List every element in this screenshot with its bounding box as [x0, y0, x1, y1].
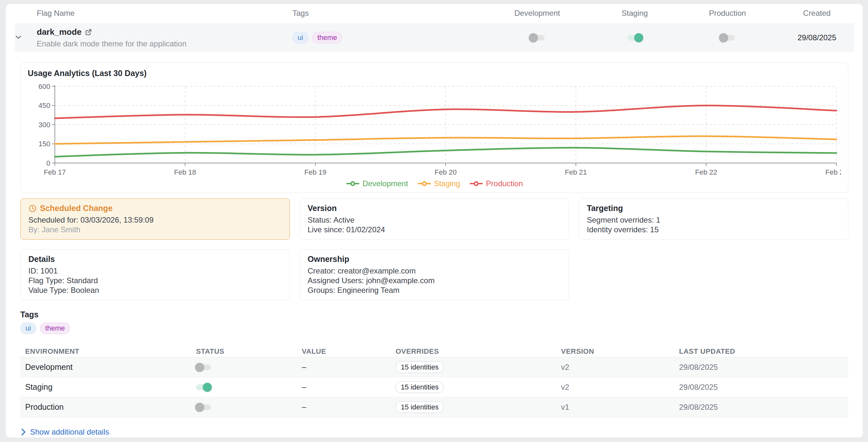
environment-name: Production: [25, 402, 196, 412]
environments-table-header: ENVIRONMENT STATUS VALUE OVERRIDES VERSI…: [20, 346, 848, 357]
show-additional-details-label: Show additional details: [30, 428, 109, 437]
details-card: Details ID: 1001 Flag Type: Standard Val…: [20, 249, 290, 300]
legend-item-production[interactable]: Production: [469, 179, 523, 188]
flag-details-panel: Flag Name Tags Development Staging Produ…: [6, 4, 863, 438]
tag-pill-theme: theme: [40, 322, 70, 334]
external-link-icon[interactable]: [85, 29, 92, 36]
legend-item-development[interactable]: Development: [346, 179, 408, 188]
version-title: Version: [308, 204, 561, 213]
flag-description: Enable dark mode theme for the applicati…: [31, 39, 286, 48]
tag-pill-ui: ui: [20, 322, 36, 334]
ownership-creator: Creator: creator@example.com: [308, 266, 561, 276]
identities-button[interactable]: 15 identities: [396, 401, 444, 413]
column-development: Development: [489, 9, 586, 18]
ownership-groups: Groups: Engineering Team: [308, 285, 561, 295]
svg-text:0: 0: [46, 159, 50, 167]
targeting-title: Targeting: [587, 204, 840, 213]
staging-toggle[interactable]: [627, 35, 642, 41]
svg-text:450: 450: [38, 102, 50, 110]
show-additional-details-link[interactable]: Show additional details: [20, 428, 109, 437]
legend-label: Staging: [434, 179, 460, 188]
clock-icon: [28, 204, 37, 213]
chevron-down-icon[interactable]: [14, 33, 22, 41]
value-cell: –: [302, 402, 396, 412]
flag-table-header: Flag Name Tags Development Staging Produ…: [6, 4, 863, 23]
production-toggle[interactable]: [720, 35, 735, 41]
environment-name: Staging: [25, 382, 196, 392]
column-tags: Tags: [286, 9, 489, 18]
col-overrides: OVERRIDES: [396, 347, 561, 356]
column-production: Production: [684, 9, 771, 18]
usage-analytics-chart: 0150300450600Feb 17Feb 18Feb 19Feb 20Feb…: [28, 82, 841, 176]
segment-overrides: Segment overrides: 1: [587, 215, 840, 225]
svg-text:Feb 19: Feb 19: [304, 168, 327, 176]
svg-text:Feb 18: Feb 18: [174, 168, 196, 176]
legend-marker-icon: [346, 181, 360, 186]
development-status-toggle[interactable]: [196, 364, 211, 370]
chart-legend: Development Staging Production: [28, 179, 841, 188]
svg-text:300: 300: [38, 121, 50, 129]
environments-table: ENVIRONMENT STATUS VALUE OVERRIDES VERSI…: [20, 346, 848, 417]
version-cell: v2: [561, 363, 679, 372]
legend-item-staging[interactable]: Staging: [417, 179, 460, 188]
svg-text:150: 150: [38, 140, 50, 148]
tags-section: Tags ui theme: [20, 310, 848, 334]
tags-section-title: Tags: [20, 310, 848, 319]
ownership-card: Ownership Creator: creator@example.com A…: [300, 249, 569, 300]
version-status: Status: Active: [308, 215, 561, 225]
identities-button[interactable]: 15 identities: [396, 381, 444, 393]
last-updated-cell: 29/08/2025: [679, 363, 843, 372]
targeting-card: Targeting Segment overrides: 1 Identity …: [579, 199, 848, 240]
details-id: ID: 1001: [28, 266, 282, 276]
column-staging: Staging: [586, 9, 684, 18]
column-flag-name: Flag Name: [31, 9, 286, 18]
scheduled-for-text: Scheduled for: 03/03/2026, 13:59:09: [28, 215, 282, 225]
flag-name[interactable]: dark_mode: [37, 27, 82, 37]
version-cell: v1: [561, 403, 679, 412]
svg-text:Feb 20: Feb 20: [435, 168, 457, 176]
col-environment: ENVIRONMENT: [25, 347, 196, 356]
identities-button[interactable]: 15 identities: [396, 362, 444, 373]
last-updated-cell: 29/08/2025: [679, 383, 843, 392]
svg-text:Feb 22: Feb 22: [695, 168, 717, 176]
version-live-since: Live since: 01/02/2024: [308, 225, 561, 235]
svg-text:Feb 17: Feb 17: [44, 168, 66, 176]
chevron-right-icon: [20, 429, 26, 436]
svg-text:Feb 23: Feb 23: [826, 168, 841, 176]
column-created: Created: [771, 9, 863, 18]
tag-pill-ui: ui: [292, 32, 308, 43]
legend-marker-icon: [417, 181, 431, 186]
details-value-type: Value Type: Boolean: [28, 285, 282, 295]
ownership-assigned-users: Assigned Users: john@example.com: [308, 276, 561, 285]
svg-text:600: 600: [38, 82, 50, 91]
table-row-development: Development – 15 identities v2 29/08/202…: [20, 357, 848, 377]
scheduled-change-card: Scheduled Change Scheduled for: 03/03/20…: [20, 199, 290, 240]
identity-overrides: Identity overrides: 15: [587, 225, 840, 235]
version-card: Version Status: Active Live since: 01/02…: [300, 199, 569, 240]
development-toggle[interactable]: [530, 35, 545, 41]
svg-text:Feb 21: Feb 21: [565, 168, 587, 176]
value-cell: –: [302, 382, 396, 392]
legend-marker-icon: [469, 181, 483, 186]
version-cell: v2: [561, 383, 679, 392]
legend-label: Production: [486, 179, 523, 188]
details-title: Details: [28, 254, 282, 264]
tag-pill-theme: theme: [312, 32, 342, 43]
created-date: 29/08/2025: [771, 33, 863, 42]
staging-status-toggle[interactable]: [196, 384, 211, 390]
col-status: STATUS: [196, 347, 302, 356]
production-status-toggle[interactable]: [196, 404, 211, 410]
col-last-updated: LAST UPDATED: [679, 347, 843, 356]
environment-name: Development: [25, 363, 196, 372]
scheduled-change-title: Scheduled Change: [40, 204, 113, 213]
last-updated-cell: 29/08/2025: [679, 403, 843, 412]
usage-analytics-card: Usage Analytics (Last 30 Days) 015030045…: [20, 63, 848, 193]
table-row-staging: Staging – 15 identities v2 29/08/2025: [20, 377, 848, 397]
col-value: VALUE: [302, 347, 396, 356]
value-cell: –: [302, 363, 396, 372]
table-row-production: Production – 15 identities v1 29/08/2025: [20, 397, 848, 417]
flag-row: dark_mode Enable dark mode theme for the…: [6, 23, 863, 53]
ownership-title: Ownership: [308, 254, 561, 264]
scheduled-by-text: By: Jane Smith: [28, 225, 282, 235]
details-flag-type: Flag Type: Standard: [28, 276, 282, 285]
